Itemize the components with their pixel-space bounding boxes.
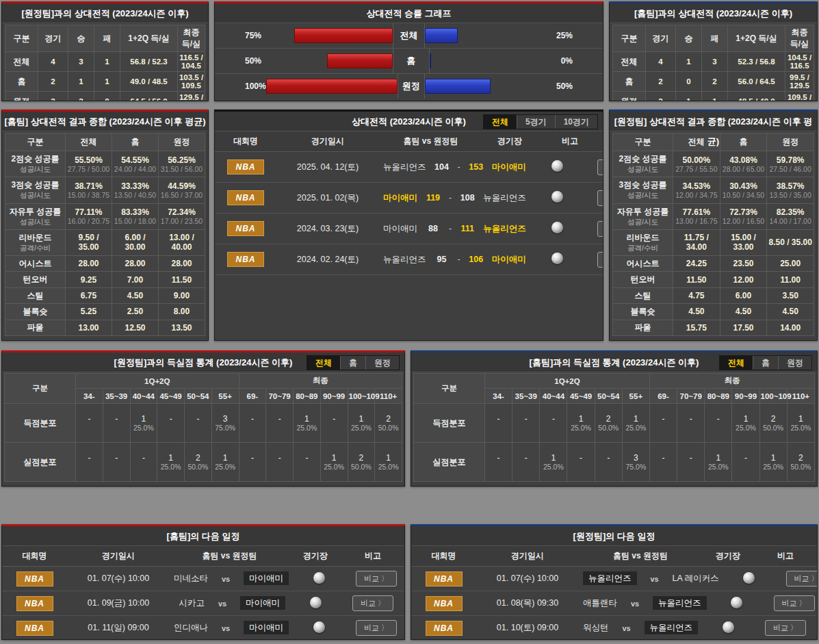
stadium-icon[interactable]	[551, 191, 563, 203]
summary-row: 파울 15.75 17.50 14.00	[613, 320, 814, 335]
away-side-zone: 0%	[430, 49, 603, 73]
stat-away: 14.00	[767, 320, 814, 335]
compare-button[interactable]: 비교 〉	[356, 571, 397, 587]
stat-away: 9.00	[159, 287, 205, 303]
match-cell: 인디애나 vs 마이애미	[170, 622, 293, 634]
venue-filter-option[interactable]: 홈	[340, 356, 365, 370]
away-score: 153	[467, 162, 486, 172]
venue-cell	[293, 572, 345, 586]
column-header: 경기	[646, 25, 676, 52]
schedule-body: NBA 01. 07(수) 10:00 미네소타 vs 마이애미 비교 〉 NB…	[2, 567, 404, 640]
stat-home: 4.50	[112, 287, 159, 303]
venue-filter-option[interactable]: 전체	[307, 356, 340, 370]
losses-cell: 1	[94, 72, 120, 92]
range-filter-option[interactable]: 전체	[484, 115, 517, 129]
dist-cell: -	[103, 443, 130, 482]
stadium-icon[interactable]	[723, 621, 734, 633]
stadium-icon[interactable]	[551, 160, 563, 172]
stat-away: 13.00 / 40.00	[159, 229, 205, 255]
losses-cell: 2	[702, 72, 728, 92]
row-label: 원정	[613, 92, 646, 102]
range-header: 70~79	[677, 389, 705, 404]
dist-cell: -	[567, 443, 595, 482]
away-side-zone: 50%	[425, 74, 603, 99]
column-header: 승	[676, 25, 702, 52]
row-distributions: [원정팀]과의 득실점 통계 (2023/24시즌 이후) 전체홈원정 구분 1…	[1, 350, 818, 487]
stat-away: 25.00	[767, 256, 814, 272]
result-button[interactable]: 결과 〉	[597, 221, 603, 237]
range-filter-option[interactable]: 5경기	[517, 115, 555, 129]
range-header: 50~54	[185, 389, 212, 404]
summary-row: 어시스트 28.00 28.00 28.00	[5, 256, 205, 272]
game-row: NBA 2025. 01. 02(목) 마이애미 119 - 108 뉴올리언즈…	[215, 183, 603, 214]
dist-cell: 125.0%	[348, 404, 375, 443]
panel-title: 상대전적 (2023/24시즌 이후) 전체5경기10경기	[215, 112, 603, 131]
compare-button[interactable]: 비교 〉	[765, 620, 806, 636]
stadium-icon[interactable]	[731, 597, 742, 608]
note-cell: 결과 〉	[585, 252, 603, 268]
wins-cell: 1	[676, 52, 702, 72]
summary-row: 어시스트 24.25 23.50 25.00	[613, 256, 814, 272]
datetime-column-header: 경기일시	[276, 136, 379, 147]
stat-home: 2.50	[112, 304, 159, 320]
dist-cell: -	[649, 404, 677, 443]
result-button[interactable]: 결과 〉	[597, 159, 603, 175]
page: [원정팀]과의 상대전적 (2023/24시즌 이후) 구분경기승패1+2Q 득…	[0, 0, 819, 641]
compare-button[interactable]: 비교 〉	[774, 595, 815, 611]
stadium-icon[interactable]	[313, 621, 325, 633]
venue-cell	[723, 572, 775, 586]
league-column-header: 대회명	[2, 550, 67, 562]
dist-cell: 250.0%	[185, 443, 212, 482]
row-label: 전체	[613, 52, 646, 72]
stat-total: 28.00	[66, 256, 112, 272]
result-button[interactable]: 결과 〉	[597, 190, 603, 206]
league-cell: NBA	[411, 621, 476, 636]
final-points-cell: 129.5 / 99.5	[178, 92, 205, 102]
summary-row: 스틸 6.75 4.50 9.00	[5, 287, 205, 303]
stat-label: 스틸	[5, 287, 66, 303]
stat-away: 72.34%17.00 / 23.50	[159, 203, 205, 229]
stadium-icon[interactable]	[551, 253, 563, 264]
first-half-points-cell: 48.5 / 49.0	[728, 92, 785, 102]
stat-home: 17.50	[720, 320, 767, 335]
stat-label: 어시스트	[5, 256, 66, 272]
game-datetime: 01. 08(목) 09:30	[476, 597, 579, 609]
range-header: 90~99	[320, 389, 348, 404]
corner-header: 구분	[414, 374, 485, 404]
venue-cell	[289, 597, 341, 610]
column-header: 최종 득/실	[178, 25, 205, 52]
losses-cell: 0	[94, 92, 120, 102]
column-header: 구분	[613, 133, 673, 151]
venue-filter-option[interactable]: 원정	[365, 356, 399, 370]
league-cell: NBA	[215, 159, 276, 175]
range-filter-group: 전체5경기10경기	[483, 114, 598, 129]
compare-button[interactable]: 비교 〉	[356, 620, 397, 636]
home-score: 95	[432, 255, 452, 264]
final-group-header: 최종	[239, 374, 402, 389]
games-cell: 2	[646, 72, 676, 92]
home-score: 88	[424, 224, 443, 233]
first-half-group-header: 1Q+2Q	[485, 374, 650, 389]
away-team-wrap: 마이애미	[244, 622, 289, 634]
venue-filter-option[interactable]: 원정	[778, 356, 811, 370]
stat-total: 13.00	[66, 320, 112, 335]
result-button[interactable]: 결과 〉	[597, 252, 603, 268]
dist-cell: 250.0%	[348, 443, 375, 482]
venue-filter-option[interactable]: 전체	[720, 356, 753, 370]
stadium-icon[interactable]	[743, 572, 755, 584]
compare-button[interactable]: 비교 〉	[786, 571, 818, 587]
stadium-icon[interactable]	[313, 572, 325, 584]
away-team-wrap: 마이애미	[240, 597, 285, 609]
range-header: 40~44	[540, 389, 567, 404]
venue-filter-option[interactable]: 홈	[753, 356, 778, 370]
summary-row: 블록슛 5.25 2.50 8.00	[5, 304, 205, 320]
venue-cell	[530, 222, 585, 235]
compare-button[interactable]: 비교 〉	[352, 595, 393, 611]
stadium-icon[interactable]	[310, 597, 322, 608]
range-filter-option[interactable]: 10경기	[555, 115, 597, 129]
stat-label: 3점슛 성공률성공/시도	[613, 177, 673, 203]
note-column-header: 비고	[754, 550, 817, 562]
stadium-icon[interactable]	[551, 222, 563, 233]
panel-title: [홈팀]과의 득실점 통계 (2023/24시즌 이후) 전체홈원정	[411, 352, 817, 372]
row-schedules: [홈팀]의 다음 일정 대회명 경기일시 홈팀 vs 원정팀 경기장 비고 NB…	[1, 524, 818, 640]
